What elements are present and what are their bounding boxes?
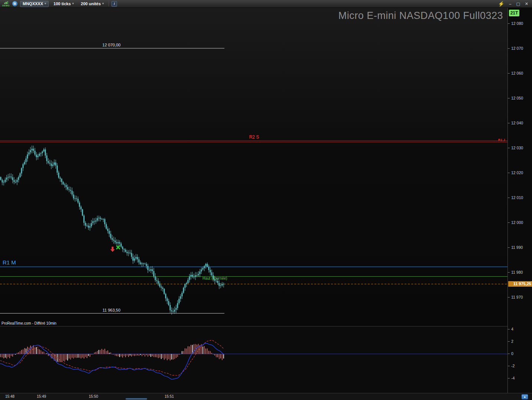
osc-axis-label-tick [508, 354, 510, 354]
osc-axis-label-tick [508, 329, 510, 329]
window-controls: – ▢ ✕ [509, 1, 528, 6]
time-axis[interactable]: 15:4815:4915:5015:51 ▲ [0, 393, 532, 400]
price-axis-label-tick [508, 272, 510, 273]
histogram-layer [0, 344, 224, 362]
arrow-up-icon: ▲ [523, 395, 526, 399]
timeframe-selector[interactable]: 100 ticks ▾ [51, 1, 76, 7]
price-axis-label-tick [508, 23, 510, 24]
price-axis-label-tick [508, 123, 510, 123]
price-axis-label: 12 070 [511, 46, 523, 51]
price-axis-label: 12 000 [511, 220, 523, 225]
instrument-selector[interactable]: MNQXXXX ▾ [20, 1, 49, 7]
close-button[interactable]: ✕ [525, 1, 528, 6]
price-axis-label-tick [508, 297, 510, 297]
oscillator-panel[interactable] [0, 326, 507, 393]
osc-axis-label-tick [508, 378, 510, 378]
price-axis-label: 11 980 [511, 270, 523, 274]
chevron-down-icon: ▾ [45, 2, 46, 5]
price-axis-label-tick [508, 222, 510, 223]
price-axis[interactable]: 12 08012 07012 06012 05012 04012 03012 0… [507, 8, 532, 393]
osc-axis-label: 2 [511, 339, 513, 344]
price-axis-label-tick [508, 173, 510, 173]
price-axis-label: 12 030 [511, 146, 523, 150]
demo-account-badge: DEMO [2, 1, 10, 7]
price-axis-label: 12 080 [511, 21, 523, 26]
trading-platform-window: DEMO B MNQXXXX ▾ 100 ticks ▾ 200 unités … [0, 0, 532, 400]
osc-axis-label: -2 [511, 364, 515, 368]
sell-arrow-marker [110, 247, 115, 252]
level-label-r1-j: R1 J [498, 138, 505, 142]
scroll-latest-button[interactable]: ▲ [522, 394, 528, 399]
price-axis-label: 12 020 [511, 170, 523, 175]
level-label-session-low: 11 963,50 [103, 308, 120, 312]
price-axis-label-tick [508, 247, 510, 248]
minimize-button[interactable]: – [509, 1, 511, 6]
watermark-delayed-data: ProRealTime.com - Différé 10min [1, 321, 56, 325]
instrument-label: MNQXXXX [23, 1, 43, 6]
level-label-r2-s: R2 S [249, 134, 259, 140]
osc-axis-label-tick [508, 366, 510, 366]
level-label-r1-m: R1 M [3, 259, 16, 266]
chevron-down-icon: ▾ [72, 2, 74, 5]
instrument-title: Micro E-mini NASDAQ100 Full0323 [338, 10, 503, 22]
demo-logo-icon [4, 1, 8, 4]
price-chart-canvas[interactable]: 12 070,00R2 SR1 JR1 MHaut (Journée)11 96… [0, 8, 507, 326]
time-label: 15:51 [165, 394, 174, 399]
demo-label: DEMO [2, 4, 10, 7]
price-chart-panel[interactable]: Micro E-mini NASDAQ100 Full0323 ProRealT… [0, 8, 507, 326]
main-toolbar: DEMO B MNQXXXX ▾ 100 ticks ▾ 200 unités … [0, 0, 532, 8]
quantity-label: 200 unités [81, 1, 101, 6]
candles-layer [0, 146, 224, 315]
osc-axis-label-tick [508, 341, 510, 342]
price-axis-label-tick [508, 48, 510, 49]
tick-countdown-badge: 21T [509, 10, 519, 16]
price-axis-label: 12 040 [511, 121, 523, 125]
price-axis-label: 12 010 [511, 195, 523, 200]
level-label-session-high: 12 070,00 [103, 43, 121, 47]
oscillator-canvas[interactable] [0, 326, 507, 393]
quantity-selector[interactable]: 200 unités ▾ [79, 1, 106, 7]
price-axis-label: 12 060 [511, 71, 523, 75]
info-button[interactable]: i [111, 1, 117, 7]
time-label: 15:50 [89, 394, 98, 399]
osc-axis-label: -4 [511, 376, 515, 380]
timeframe-label: 100 ticks [53, 1, 71, 6]
chevron-down-icon: ▾ [102, 2, 104, 5]
maximize-button[interactable]: ▢ [516, 1, 520, 6]
time-label: 15:48 [5, 394, 14, 399]
price-axis-label-tick [508, 198, 510, 198]
price-axis-label-tick [508, 73, 510, 74]
price-axis-label: 12 050 [511, 96, 523, 100]
last-price-badge: 11 975,25 [508, 281, 532, 287]
price-axis-label: 11 970 [511, 295, 523, 299]
price-axis-label: 11 990 [511, 245, 523, 250]
scrollbar-thumb[interactable] [126, 398, 147, 400]
price-axis-label-tick [508, 98, 510, 98]
connection-flash-icon[interactable]: ⚡ [498, 1, 504, 7]
price-axis-label-tick [508, 148, 510, 148]
osc-axis-label: 4 [511, 327, 513, 331]
broker-icon[interactable]: B [12, 1, 17, 6]
time-label: 15:49 [37, 394, 46, 399]
toolbar-separator [108, 1, 109, 6]
osc-axis-label: 0 [511, 351, 513, 356]
